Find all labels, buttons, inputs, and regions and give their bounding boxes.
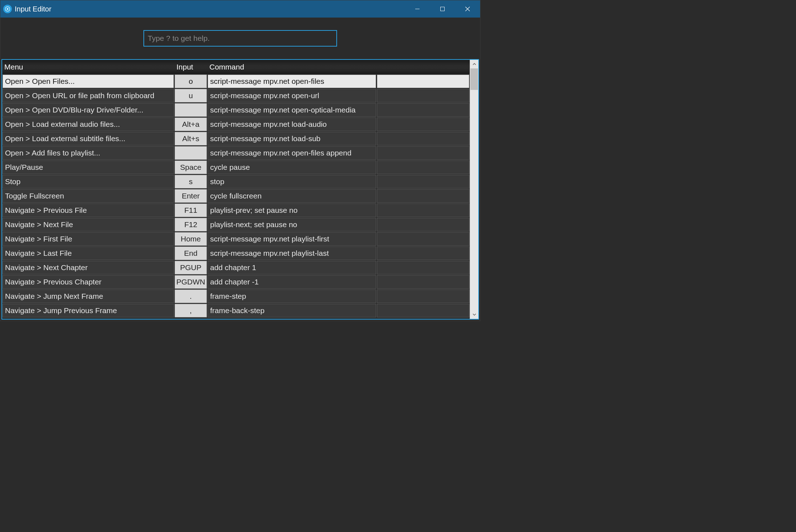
table-row[interactable]: Open > Add files to playlist...script-me… (2, 146, 470, 160)
table-row[interactable]: Navigate > Last FileEndscript-message mp… (2, 246, 470, 260)
cell-menu[interactable]: Open > Open DVD/Blu-ray Drive/Folder... (3, 103, 174, 117)
cell-extra[interactable] (377, 289, 469, 303)
cell-command[interactable]: script-message mpv.net open-url (208, 89, 376, 102)
table-row[interactable]: Navigate > Jump Next Frame.frame-step (2, 289, 470, 303)
cell-menu[interactable]: Navigate > Previous Chapter (3, 275, 174, 289)
table-row[interactable]: Toggle FullscreenEntercycle fullscreen (2, 189, 470, 203)
cell-menu[interactable]: Navigate > Jump Next Frame (3, 289, 174, 303)
cell-extra[interactable] (377, 146, 469, 160)
cell-command[interactable]: playlist-next; set pause no (208, 218, 376, 231)
cell-command[interactable]: script-message mpv.net playlist-first (208, 232, 376, 246)
cell-extra[interactable] (377, 304, 469, 317)
cell-extra[interactable] (377, 118, 469, 131)
cell-input[interactable] (175, 146, 207, 160)
cell-extra[interactable] (377, 232, 469, 246)
cell-input[interactable]: PGDWN (175, 275, 207, 289)
cell-menu[interactable]: Open > Open URL or file path from clipbo… (3, 89, 174, 102)
scroll-track[interactable] (470, 68, 478, 310)
vertical-scrollbar[interactable] (470, 60, 478, 319)
table-row[interactable]: Navigate > Previous FileF11playlist-prev… (2, 203, 470, 217)
cell-menu[interactable]: Open > Add files to playlist... (3, 146, 174, 160)
table-row[interactable]: Stopsstop (2, 174, 470, 189)
cell-command[interactable]: script-message mpv.net open-optical-medi… (208, 103, 376, 117)
scroll-thumb[interactable] (470, 68, 478, 90)
cell-extra[interactable] (377, 246, 469, 260)
cell-input[interactable]: . (175, 289, 207, 303)
cell-extra[interactable] (377, 275, 469, 289)
cell-menu[interactable]: Play/Pause (3, 160, 174, 174)
cell-command[interactable]: cycle fullscreen (208, 189, 376, 203)
cell-input[interactable] (175, 103, 207, 117)
cell-menu[interactable]: Navigate > Next Chapter (3, 261, 174, 274)
bindings-table: Menu Input Command Open > Open Files...o… (1, 59, 479, 320)
col-command[interactable]: Command (207, 63, 376, 71)
minimize-button[interactable] (405, 0, 430, 18)
cell-menu[interactable]: Open > Load external audio files... (3, 118, 174, 131)
cell-command[interactable]: add chapter -1 (208, 275, 376, 289)
cell-menu[interactable]: Navigate > Previous File (3, 203, 174, 217)
cell-extra[interactable] (377, 175, 469, 188)
cell-extra[interactable] (377, 189, 469, 203)
cell-input[interactable]: s (175, 175, 207, 188)
cell-extra[interactable] (377, 103, 469, 117)
table-row[interactable]: Open > Open URL or file path from clipbo… (2, 88, 470, 103)
cell-input[interactable]: , (175, 304, 207, 317)
cell-input[interactable]: Alt+s (175, 132, 207, 145)
cell-input[interactable]: Enter (175, 189, 207, 203)
cell-input[interactable]: F12 (175, 218, 207, 231)
table-row[interactable]: Open > Load external audio files...Alt+a… (2, 117, 470, 131)
cell-command[interactable]: playlist-prev; set pause no (208, 203, 376, 217)
scroll-down-button[interactable] (470, 310, 478, 319)
cell-extra[interactable] (377, 89, 469, 102)
table-row[interactable]: Open > Load external subtitle files...Al… (2, 131, 470, 146)
table-row[interactable]: Navigate > Previous ChapterPGDWNadd chap… (2, 275, 470, 289)
table-row[interactable]: Navigate > Next ChapterPGUPadd chapter 1 (2, 260, 470, 275)
cell-extra[interactable] (377, 261, 469, 274)
cell-command[interactable]: frame-step (208, 289, 376, 303)
cell-extra[interactable] (377, 218, 469, 231)
cell-command[interactable]: frame-back-step (208, 304, 376, 317)
cell-menu[interactable]: Navigate > Last File (3, 246, 174, 260)
cell-command[interactable]: cycle pause (208, 160, 376, 174)
search-input[interactable] (143, 30, 337, 47)
cell-input[interactable]: o (175, 75, 207, 88)
col-menu[interactable]: Menu (2, 63, 174, 71)
cell-command[interactable]: script-message mpv.net open-files append (208, 146, 376, 160)
cell-command[interactable]: script-message mpv.net playlist-last (208, 246, 376, 260)
window: Input Editor Menu Input Command Open > O… (0, 0, 480, 321)
cell-extra[interactable] (377, 160, 469, 174)
cell-input[interactable]: u (175, 89, 207, 102)
table-row[interactable]: Navigate > First FileHomescript-message … (2, 232, 470, 246)
cell-extra[interactable] (377, 132, 469, 145)
cell-menu[interactable]: Open > Open Files... (3, 75, 174, 88)
cell-input[interactable]: Home (175, 232, 207, 246)
cell-input[interactable]: F11 (175, 203, 207, 217)
cell-extra[interactable] (377, 203, 469, 217)
maximize-button[interactable] (430, 0, 455, 18)
cell-menu[interactable]: Toggle Fullscreen (3, 189, 174, 203)
cell-input[interactable]: End (175, 246, 207, 260)
table-row[interactable]: Navigate > Jump Previous Frame,frame-bac… (2, 303, 470, 318)
cell-command[interactable]: script-message mpv.net load-sub (208, 132, 376, 145)
table-row[interactable]: Open > Open Files...oscript-message mpv.… (2, 74, 470, 88)
cell-extra[interactable] (377, 75, 469, 88)
table-row[interactable]: Play/PauseSpacecycle pause (2, 160, 470, 174)
cell-input[interactable]: Space (175, 160, 207, 174)
col-input[interactable]: Input (174, 63, 207, 71)
cell-input[interactable]: Alt+a (175, 118, 207, 131)
table-row[interactable]: Navigate > Next FileF12playlist-next; se… (2, 217, 470, 232)
scroll-up-button[interactable] (470, 60, 478, 68)
cell-menu[interactable]: Stop (3, 175, 174, 188)
cell-command[interactable]: script-message mpv.net open-files (208, 75, 376, 88)
table-row[interactable]: Open > Open DVD/Blu-ray Drive/Folder...s… (2, 103, 470, 117)
cell-command[interactable]: add chapter 1 (208, 261, 376, 274)
cell-menu[interactable]: Navigate > Jump Previous Frame (3, 304, 174, 317)
cell-menu[interactable]: Navigate > First File (3, 232, 174, 246)
cell-input[interactable]: PGUP (175, 261, 207, 274)
close-button[interactable] (455, 0, 480, 18)
cell-menu[interactable]: Navigate > Next File (3, 218, 174, 231)
cell-command[interactable]: script-message mpv.net load-audio (208, 118, 376, 131)
titlebar[interactable]: Input Editor (0, 0, 480, 18)
cell-menu[interactable]: Open > Load external subtitle files... (3, 132, 174, 145)
cell-command[interactable]: stop (208, 175, 376, 188)
